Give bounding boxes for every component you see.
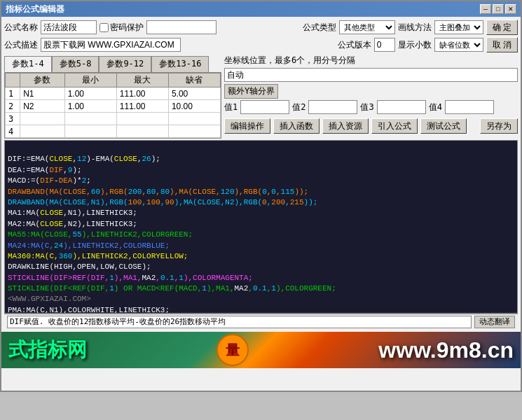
yaxis-label: 额外Y轴分界 — [224, 84, 278, 99]
watermark-left-text: 式指标网 — [8, 337, 87, 363]
table-row: 1 — [6, 88, 221, 100]
decimal-select[interactable]: 缺省位数 0位 1位 2位 — [434, 38, 483, 52]
password-checkbox-label: 密码保护 — [99, 22, 144, 34]
row-formula-name: 公式名称 密码保护 公式类型 其他类型 主图指标 副图指标 画线方法 主图叠加 … — [4, 20, 518, 35]
code-editor[interactable]: DIF:=EMA(CLOSE,12)-EMA(CLOSE,26); DEA:=E… — [4, 140, 518, 314]
watermark-right-text: www.9m8.cn — [378, 337, 514, 363]
yaxis-val1-label: 值1 — [224, 102, 238, 113]
row-4-param-input[interactable] — [23, 127, 62, 136]
col-header-default: 缺省 — [168, 74, 220, 88]
row-3-param-input[interactable] — [23, 114, 62, 124]
dynamic-translate-button[interactable]: 动态翻译 — [474, 316, 515, 328]
confirm-button[interactable]: 确 定 — [486, 20, 518, 35]
row-2-max-input[interactable] — [120, 102, 165, 111]
row-4-max-input[interactable] — [120, 127, 165, 136]
close-window-button[interactable]: ✕ — [505, 4, 516, 14]
formula-type-label: 公式类型 — [303, 22, 336, 34]
status-bar: DIF赋值. 收盘价的12指数移动平均-收盘价的26指数移动平均 动态翻译 — [4, 314, 518, 329]
insert-resource-button[interactable]: 插入资源 — [322, 118, 369, 134]
right-panel: 坐标线位置，最多6个，用分号分隔 额外Y轴分界 值1 值2 值3 值4 — [224, 55, 518, 139]
formula-version-input[interactable] — [374, 38, 395, 52]
cancel-button[interactable]: 取 消 — [486, 37, 518, 52]
col-header-min: 最小 — [64, 74, 116, 88]
svg-text:量: 量 — [226, 342, 240, 358]
row-3-min — [64, 113, 116, 125]
row-3-max — [116, 113, 168, 125]
tab-param-9-12[interactable]: 参数9-12 — [99, 56, 151, 72]
row-1-num: 1 — [6, 88, 20, 100]
draw-method-select[interactable]: 主图叠加 副图显示 — [434, 20, 483, 34]
maximize-button[interactable]: □ — [493, 4, 504, 14]
yaxis-val2-label: 值2 — [292, 102, 305, 113]
row-4-default-input[interactable] — [172, 127, 217, 136]
formula-version-label: 公式版本 — [338, 39, 371, 51]
yaxis-val1-input[interactable] — [240, 100, 289, 114]
row-1-default — [168, 88, 220, 100]
yaxis-section: 额外Y轴分界 值1 值2 值3 值4 — [224, 84, 518, 116]
insert-func-button[interactable]: 插入函数 — [273, 118, 320, 134]
yaxis-val3-label: 值3 — [360, 102, 373, 113]
formula-desc-label: 公式描述 — [4, 39, 38, 51]
yaxis-val4-input[interactable] — [445, 100, 494, 114]
row-2-min — [64, 100, 116, 113]
tab-param-1-4[interactable]: 参数1-4 — [4, 56, 52, 72]
param-table: 参数 最小 最大 缺省 1 — [5, 73, 221, 138]
row-3-default — [168, 113, 220, 125]
title-bar: 指标公式编辑器 ─ □ ✕ — [1, 1, 521, 17]
tab-param-5-8[interactable]: 参数5-8 — [52, 56, 99, 72]
minimize-button[interactable]: ─ — [480, 4, 491, 14]
row-4-num: 4 — [6, 125, 20, 138]
row-1-default-input[interactable] — [172, 89, 217, 99]
row-3-default-input[interactable] — [172, 114, 217, 124]
row-4-default — [168, 125, 220, 138]
row-3-param — [20, 113, 65, 125]
param-table-container: 参数 最小 最大 缺省 1 — [4, 72, 221, 139]
test-formula-button[interactable]: 测试公式 — [420, 118, 467, 134]
watermark-banner: 式指标网 量 www.9m8.cn — [1, 332, 521, 368]
row-4-min-input[interactable] — [68, 127, 114, 136]
row-2-min-input[interactable] — [68, 102, 114, 111]
password-input[interactable] — [146, 20, 217, 34]
status-text: DIF赋值. 收盘价的12指数移动平均-收盘价的26指数移动平均 — [7, 316, 472, 328]
watermark-logo: 量 — [215, 332, 250, 368]
row-3-min-input[interactable] — [68, 114, 114, 124]
row-1-min-input[interactable] — [68, 89, 114, 99]
row-1-param — [20, 88, 65, 100]
row-1-max — [116, 88, 168, 100]
import-formula-button[interactable]: 引入公式 — [371, 118, 418, 134]
param-tabs: 参数1-4 参数5-8 参数9-12 参数13-16 — [4, 56, 221, 72]
save-as-button[interactable]: 另存为 — [480, 118, 518, 134]
yaxis-val3-input[interactable] — [377, 100, 426, 114]
password-checkbox[interactable] — [99, 23, 109, 32]
row-2-param-input[interactable] — [23, 102, 62, 111]
formula-name-input[interactable] — [41, 20, 97, 34]
row-2-default-input[interactable] — [172, 102, 217, 111]
title-bar-controls: ─ □ ✕ — [480, 4, 516, 14]
left-panel: 参数1-4 参数5-8 参数9-12 参数13-16 参数 最小 最大 — [4, 55, 221, 139]
yaxis-val4-label: 值4 — [429, 102, 442, 113]
formula-type-select[interactable]: 其他类型 主图指标 副图指标 — [339, 20, 395, 34]
row-2-num: 2 — [6, 100, 20, 113]
yaxis-val2-input[interactable] — [308, 100, 357, 114]
row-2-default — [168, 100, 220, 113]
row-1-param-input[interactable] — [23, 89, 62, 99]
table-row: 2 — [6, 100, 221, 113]
content-area: 公式名称 密码保护 公式类型 其他类型 主图指标 副图指标 画线方法 主图叠加 … — [1, 17, 521, 332]
yaxis-values-row: 值1 值2 值3 值4 — [224, 100, 518, 114]
coord-input[interactable] — [224, 68, 518, 82]
coord-section: 坐标线位置，最多6个，用分号分隔 — [224, 55, 518, 82]
row-4-min — [64, 125, 116, 138]
decimal-label: 显示小数 — [398, 39, 432, 51]
formula-desc-input[interactable] — [41, 38, 181, 52]
col-header-max: 最大 — [116, 74, 168, 88]
row-1-max-input[interactable] — [120, 89, 165, 99]
row-1-min — [64, 88, 116, 100]
col-header-param: 参数 — [20, 74, 65, 88]
action-buttons-row: 编辑操作 插入函数 插入资源 引入公式 测试公式 另存为 — [224, 118, 518, 134]
formula-name-label: 公式名称 — [4, 22, 38, 34]
coord-label: 坐标线位置，最多6个，用分号分隔 — [224, 55, 518, 66]
row-3-max-input[interactable] — [120, 114, 165, 124]
tab-param-13-16[interactable]: 参数13-16 — [151, 56, 209, 72]
table-row: 4 — [6, 125, 221, 138]
edit-ops-button[interactable]: 编辑操作 — [224, 118, 270, 134]
